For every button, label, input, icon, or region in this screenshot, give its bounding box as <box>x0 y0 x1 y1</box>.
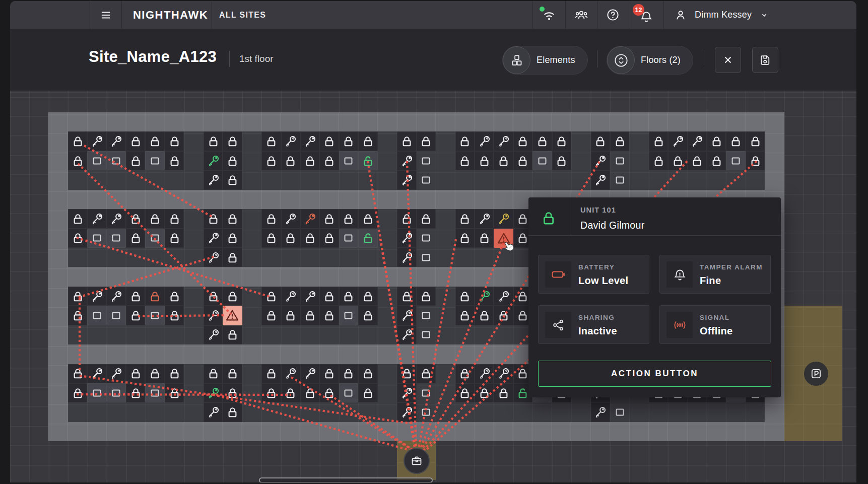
unit-cell-G1-r2c6[interactable] <box>746 151 765 170</box>
unit-cell-B1-r1c1[interactable] <box>204 131 223 151</box>
unit-cell-C3-r2c1[interactable] <box>261 306 281 325</box>
unit-cell-D3-r3c2[interactable] <box>417 325 436 344</box>
unit-cell-C1-r1c2[interactable] <box>281 131 300 151</box>
unit-cell-E1-r2c3[interactable] <box>494 151 513 170</box>
unit-cell-A1-r2c2[interactable] <box>87 151 106 170</box>
notifications-button[interactable] <box>629 1 663 29</box>
unit-cell-C2-r2c2[interactable] <box>281 229 300 248</box>
unit-cell-C3-r1c4[interactable] <box>319 287 339 306</box>
unit-cell-E3-r2c2[interactable] <box>475 306 494 325</box>
unit-cell-C3-r1c6[interactable] <box>358 287 377 306</box>
unit-cell-A2-r1c5[interactable] <box>145 209 164 228</box>
unit-cell-B4-r1c2[interactable] <box>223 364 242 383</box>
unit-cell-B1-r2c1[interactable] <box>204 151 223 170</box>
unit-cell-A4-r2c2[interactable] <box>87 383 106 402</box>
unit-cell-A1-r2c1[interactable] <box>68 151 87 170</box>
unit-cell-D1-r3c2[interactable] <box>417 170 436 189</box>
unit-cell-C2-r2c6[interactable] <box>358 229 377 248</box>
unit-cell-E4-r1c2[interactable] <box>475 364 494 383</box>
unit-cell-A2-r2c6[interactable] <box>165 229 184 248</box>
unit-cell-C1-r1c3[interactable] <box>300 131 319 151</box>
unit-cell-G1-r1c1[interactable] <box>649 131 668 151</box>
unit-cell-B3-r2c1[interactable] <box>204 306 223 325</box>
unit-cell-E1-r2c1[interactable] <box>455 151 475 170</box>
unit-cell-C3-r2c2[interactable] <box>281 306 300 325</box>
unit-cell-C2-r1c1[interactable] <box>261 209 281 228</box>
parking-marker[interactable] <box>804 362 828 386</box>
unit-cell-A4-r1c1[interactable] <box>68 364 87 383</box>
unit-cell-C3-r2c6[interactable] <box>358 306 377 325</box>
unit-cell-G1-r2c1[interactable] <box>649 151 668 170</box>
unit-cell-G1-r1c3[interactable] <box>688 131 707 151</box>
unit-cell-A1-r2c5[interactable] <box>145 151 164 170</box>
unit-cell-E2-r2c2[interactable] <box>475 229 494 248</box>
unit-cell-D3-r1c1[interactable] <box>397 287 416 306</box>
unit-cell-D1-r3c1[interactable] <box>397 170 416 189</box>
floors-button[interactable]: Floors (2) <box>607 46 693 75</box>
unit-cell-C1-r1c5[interactable] <box>339 131 358 151</box>
unit-cell-B3-r1c1[interactable] <box>204 287 223 306</box>
unit-cell-C3-r2c3[interactable] <box>300 306 319 325</box>
unit-cell-E3-r2c1[interactable] <box>455 306 475 325</box>
unit-cell-A4-r2c3[interactable] <box>107 383 126 402</box>
unit-cell-C2-r1c4[interactable] <box>319 209 339 228</box>
unit-cell-D2-r1c2[interactable] <box>417 209 436 228</box>
unit-cell-D1-r2c1[interactable] <box>397 151 416 170</box>
unit-cell-C3-r2c4[interactable] <box>319 306 339 325</box>
unit-cell-A3-r2c2[interactable] <box>87 306 106 325</box>
unit-cell-C1-r2c6[interactable] <box>358 151 377 170</box>
unit-cell-B3-r3c2[interactable] <box>223 325 242 344</box>
unit-cell-A4-r1c4[interactable] <box>126 364 145 383</box>
unit-cell-E1-r1c2[interactable] <box>475 131 494 151</box>
unit-cell-G1-r1c6[interactable] <box>746 131 765 151</box>
unit-cell-A2-r1c3[interactable] <box>107 209 126 228</box>
unit-cell-E3-r1c2[interactable] <box>475 287 494 306</box>
hub-marker[interactable] <box>404 448 430 474</box>
unit-cell-C1-r2c1[interactable] <box>261 151 281 170</box>
unit-cell-A1-r2c6[interactable] <box>165 151 184 170</box>
unit-cell-D3-r3c1[interactable] <box>397 325 416 344</box>
unit-cell-A4-r1c5[interactable] <box>145 364 164 383</box>
unit-cell-C2-r1c2[interactable] <box>281 209 300 228</box>
user-menu[interactable]: Dimm Kessey <box>663 1 770 29</box>
brand-logo[interactable]: NIGHTHAWK <box>129 1 212 29</box>
unit-cell-B1-r3c2[interactable] <box>223 170 242 189</box>
unit-cell-A4-r2c5[interactable] <box>145 383 164 402</box>
unit-cell-B4-r3c2[interactable] <box>223 402 242 422</box>
unit-cell-A4-r2c4[interactable] <box>126 383 145 402</box>
unit-cell-C4-r2c2[interactable] <box>281 383 300 402</box>
unit-cell-C2-r2c5[interactable] <box>339 229 358 248</box>
unit-cell-C4-r2c1[interactable] <box>261 383 281 402</box>
unit-cell-C4-r2c4[interactable] <box>319 383 339 402</box>
unit-cell-B2-r1c2[interactable] <box>223 209 242 228</box>
unit-cell-A1-r1c6[interactable] <box>165 131 184 151</box>
unit-cell-D4-r1c1[interactable] <box>397 364 416 383</box>
unit-cell-C2-r2c1[interactable] <box>261 229 281 248</box>
unit-cell-F1-r1c1[interactable] <box>591 131 610 151</box>
unit-cell-B3-r3c1[interactable] <box>204 325 223 344</box>
unit-cell-D1-r1c1[interactable] <box>397 131 416 151</box>
unit-cell-D1-r2c2[interactable] <box>417 151 436 170</box>
unit-cell-A2-r1c2[interactable] <box>87 209 106 228</box>
unit-cell-A2-r1c4[interactable] <box>126 209 145 228</box>
unit-cell-C3-r2c5[interactable] <box>339 306 358 325</box>
unit-cell-E2-r1c2[interactable] <box>475 209 494 228</box>
unit-cell-A2-r2c4[interactable] <box>126 229 145 248</box>
action-button[interactable]: ACTION BUTTON <box>538 361 771 387</box>
unit-cell-A3-r1c4[interactable] <box>126 287 145 306</box>
unit-cell-F1-r1c2[interactable] <box>610 131 629 151</box>
unit-cell-C3-r1c2[interactable] <box>281 287 300 306</box>
unit-cell-A3-r1c5[interactable] <box>145 287 164 306</box>
unit-cell-D3-r2c1[interactable] <box>397 306 416 325</box>
unit-cell-G1-r1c4[interactable] <box>707 131 726 151</box>
unit-cell-A3-r2c1[interactable] <box>68 306 87 325</box>
unit-cell-E3-r1c1[interactable] <box>455 287 475 306</box>
unit-cell-C1-r1c4[interactable] <box>319 131 339 151</box>
unit-cell-B1-r2c2[interactable] <box>223 151 242 170</box>
unit-cell-A1-r1c5[interactable] <box>145 131 164 151</box>
unit-cell-A4-r1c6[interactable] <box>165 364 184 383</box>
unit-cell-G1-r1c5[interactable] <box>726 131 745 151</box>
unit-cell-G1-r2c2[interactable] <box>668 151 687 170</box>
unit-cell-E3-r1c3[interactable] <box>494 287 513 306</box>
unit-cell-E2-r2c1[interactable] <box>455 229 475 248</box>
